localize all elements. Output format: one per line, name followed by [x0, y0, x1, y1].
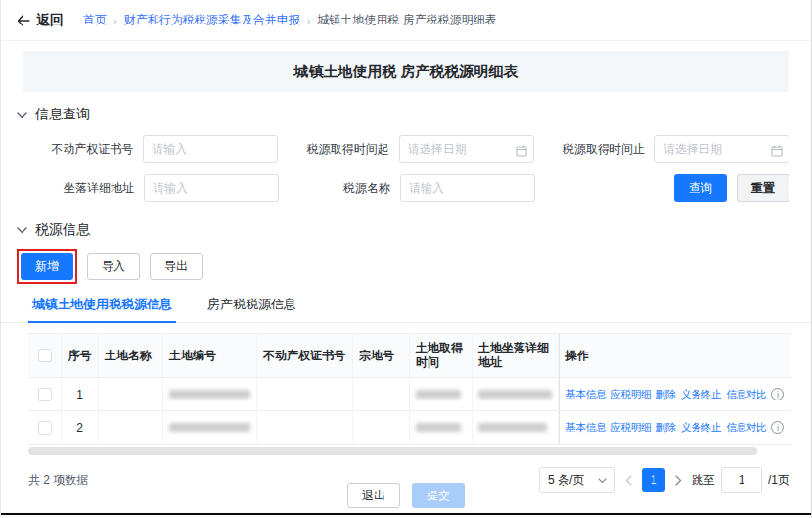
address-cell — [473, 411, 559, 445]
exit-button[interactable]: 退出 — [347, 483, 400, 508]
redacted-text — [478, 390, 552, 399]
back-button[interactable]: 返回 — [17, 12, 64, 29]
table-row: 1 基本信息 应税明细 删除 义务终止 信息对比 — [28, 378, 791, 411]
query-buttons: 查询 重置 — [535, 174, 789, 202]
cert-no-input[interactable] — [143, 135, 278, 163]
breadcrumb-separator: › — [113, 15, 117, 26]
query-form-row-1: 不动产权证书号 税源取得时间起 税源取得时间止 — [1, 135, 811, 163]
source-section-header[interactable]: 税源信息 — [17, 221, 789, 239]
taxable-detail-link[interactable]: 应税明细 — [610, 421, 651, 435]
breadcrumb: 首页 › 财产和行为税税源采集及合并申报 › 城镇土地使用税 房产税税源明细表 — [83, 12, 497, 28]
col-address: 土地坐落详细地址 — [473, 333, 559, 378]
acquire-date-cell — [410, 378, 473, 411]
acquire-date-cell — [410, 411, 473, 445]
submit-button[interactable]: 提交 — [412, 483, 465, 508]
redacted-text — [169, 423, 250, 432]
col-actions: 操作 — [559, 333, 791, 378]
query-section-title: 信息查询 — [35, 106, 90, 123]
reset-button[interactable]: 重置 — [737, 174, 789, 202]
redacted-text — [416, 390, 461, 399]
row-checkbox[interactable] — [38, 421, 52, 435]
table-header-row: 序号 土地名称 土地编号 不动产权证书号 宗地号 土地取得时间 土地坐落详细地址… — [28, 333, 791, 378]
parcel-no-cell — [353, 411, 410, 445]
table-tabs: 城镇土地使用税税源信息 房产税税源信息 — [1, 296, 811, 323]
taxable-detail-link[interactable]: 应税明细 — [610, 388, 651, 401]
title-band: 城镇土地使用税 房产税税源明细表 — [23, 51, 789, 92]
app-window: 返回 首页 › 财产和行为税税源采集及合并申报 › 城镇土地使用税 房产税税源明… — [0, 0, 812, 518]
compare-link[interactable]: 信息对比 — [726, 388, 766, 401]
breadcrumb-collection[interactable]: 财产和行为税税源采集及合并申报 — [124, 12, 300, 28]
select-all-checkbox[interactable] — [38, 349, 52, 362]
row-actions: 基本信息 应税明细 删除 义务终止 信息对比 — [565, 421, 784, 435]
info-icon[interactable] — [771, 388, 784, 400]
cert-no-cell — [257, 411, 353, 445]
col-cert-no: 不动产权证书号 — [257, 333, 353, 378]
chevron-down-icon — [17, 227, 27, 234]
land-no-cell — [163, 411, 257, 445]
cert-no-label: 不动产权证书号 — [23, 141, 143, 158]
row-serial: 1 — [62, 378, 99, 411]
land-name-cell — [99, 378, 163, 411]
date-end-input[interactable] — [654, 135, 789, 163]
breadcrumb-current: 城镇土地使用税 房产税税源明细表 — [317, 12, 496, 28]
terminate-link[interactable]: 义务终止 — [681, 388, 721, 401]
address-input[interactable] — [144, 174, 279, 202]
col-parcel-no: 宗地号 — [353, 333, 410, 378]
cert-no-cell — [257, 378, 353, 411]
col-acquire-date: 土地取得时间 — [410, 333, 473, 378]
delete-link[interactable]: 删除 — [655, 421, 676, 435]
query-form-row-2: 坐落详细地址 税源名称 查询 重置 — [1, 174, 811, 202]
compare-link[interactable]: 信息对比 — [726, 421, 766, 435]
row-checkbox[interactable] — [38, 388, 52, 401]
address-label: 坐落详细地址 — [23, 180, 144, 197]
field-source-name: 税源名称 — [279, 174, 535, 202]
chevron-down-icon — [17, 112, 27, 118]
field-cert-no: 不动产权证书号 — [23, 135, 278, 163]
col-land-no: 土地编号 — [163, 333, 257, 378]
date-start-label: 税源取得时间起 — [278, 141, 398, 158]
table-toolbar: 新增 导入 导出 — [1, 249, 811, 284]
horizontal-scrollbar[interactable] — [28, 447, 757, 455]
field-date-end: 税源取得时间止 — [534, 135, 789, 163]
col-land-name: 土地名称 — [99, 333, 163, 378]
add-button[interactable]: 新增 — [21, 253, 73, 280]
field-date-start: 税源取得时间起 — [278, 135, 533, 163]
redacted-text — [478, 423, 547, 432]
back-label: 返回 — [36, 12, 64, 29]
row-serial: 2 — [62, 411, 99, 445]
info-icon[interactable] — [771, 421, 784, 434]
redacted-text — [416, 423, 461, 432]
breadcrumb-bar: 返回 首页 › 财产和行为税税源采集及合并申报 › 城镇土地使用税 房产税税源明… — [1, 0, 811, 41]
table-row: 2 基本信息 应税明细 删除 义务终止 信息对比 — [28, 411, 791, 445]
import-button[interactable]: 导入 — [87, 253, 140, 280]
query-section-header[interactable]: 信息查询 — [17, 106, 789, 123]
source-section-title: 税源信息 — [35, 221, 90, 239]
date-start-input[interactable] — [399, 135, 534, 163]
page-title: 城镇土地使用税 房产税税源明细表 — [293, 63, 518, 81]
col-serial: 序号 — [62, 333, 99, 378]
annotation-highlight-box: 新增 — [17, 249, 77, 284]
date-end-label: 税源取得时间止 — [534, 141, 654, 158]
land-name-cell — [99, 411, 163, 445]
basic-info-link[interactable]: 基本信息 — [565, 421, 606, 435]
land-no-cell — [163, 378, 257, 411]
bottom-action-bar: 退出 提交 — [1, 483, 811, 508]
delete-link[interactable]: 删除 — [655, 388, 676, 401]
breadcrumb-separator: › — [307, 15, 311, 26]
tab-property-tax-sources[interactable]: 房产税税源信息 — [207, 296, 296, 322]
source-name-input[interactable] — [400, 174, 535, 202]
back-arrow-icon — [17, 15, 30, 26]
address-cell — [473, 378, 559, 411]
terminate-link[interactable]: 义务终止 — [681, 421, 721, 435]
export-button[interactable]: 导出 — [150, 253, 203, 280]
basic-info-link[interactable]: 基本信息 — [565, 388, 606, 401]
tab-land-tax-sources[interactable]: 城镇土地使用税税源信息 — [32, 296, 172, 322]
window-bottom-border — [1, 513, 811, 515]
search-button[interactable]: 查询 — [674, 174, 727, 202]
breadcrumb-home[interactable]: 首页 — [83, 12, 107, 28]
source-name-label: 税源名称 — [279, 180, 400, 197]
row-actions: 基本信息 应税明细 删除 义务终止 信息对比 — [565, 388, 784, 401]
redacted-text — [169, 390, 250, 399]
sources-table: 序号 土地名称 土地编号 不动产权证书号 宗地号 土地取得时间 土地坐落详细地址… — [28, 333, 791, 455]
parcel-no-cell — [353, 378, 410, 411]
